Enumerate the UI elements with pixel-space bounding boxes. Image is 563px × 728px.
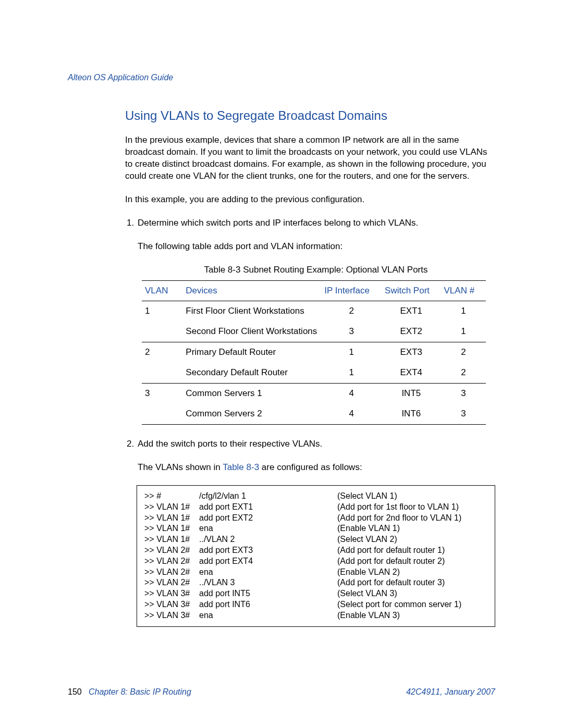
cfg-desc: (Enable VLAN 3)	[337, 610, 487, 621]
cell-ip: 4	[321, 384, 382, 404]
cell-devices: Secondary Default Router	[182, 363, 321, 383]
cell-port: INT6	[382, 404, 440, 424]
cell-num: 1	[441, 301, 486, 322]
cfg-desc: (Add port for default router 2)	[337, 556, 487, 567]
cell-devices: Common Servers 1	[182, 384, 321, 404]
page-number: 150	[68, 687, 82, 696]
cell-num: 3	[441, 404, 486, 424]
running-header: Alteon OS Application Guide	[68, 73, 495, 82]
config-row: >> VLAN 3#ena(Enable VLAN 3)	[144, 610, 487, 621]
cfg-desc: (Add port for default router 1)	[337, 545, 487, 556]
cell-vlan	[142, 363, 182, 383]
config-row: >> #/cfg/l2/vlan 1(Select VLAN 1)	[144, 491, 487, 502]
config-box: >> #/cfg/l2/vlan 1(Select VLAN 1) >> VLA…	[137, 485, 495, 627]
cfg-desc: (Select VLAN 2)	[337, 534, 487, 545]
cfg-cmd: add port EXT2	[199, 513, 337, 524]
cfg-cmd: add port EXT3	[199, 545, 337, 556]
cfg-prompt: >> VLAN 2#	[144, 567, 199, 578]
table-row: Common Servers 2 4 INT6 3	[142, 404, 486, 424]
cell-ip: 2	[321, 301, 382, 322]
cfg-desc: (Add port for 1st floor to VLAN 1)	[337, 502, 487, 513]
cell-num: 2	[441, 342, 486, 363]
cfg-prompt: >> VLAN 3#	[144, 610, 199, 621]
cfg-cmd: ../VLAN 3	[199, 577, 337, 588]
cfg-prompt: >> VLAN 3#	[144, 599, 199, 610]
cell-vlan	[142, 322, 182, 342]
cell-num: 1	[441, 322, 486, 342]
config-row: >> VLAN 3#add port INT6(Select port for …	[144, 599, 487, 610]
table-row: 1 First Floor Client Workstations 2 EXT1…	[142, 301, 486, 322]
config-row: >> VLAN 3#add port INT5(Select VLAN 3)	[144, 588, 487, 599]
cell-num: 3	[441, 384, 486, 404]
th-ip: IP Interface	[321, 280, 382, 301]
step-2-intro-pre: The VLANs shown in	[138, 462, 223, 472]
config-row: >> VLAN 2#ena(Enable VLAN 2)	[144, 567, 487, 578]
th-num: VLAN #	[441, 280, 486, 301]
cell-devices: Primary Default Router	[182, 342, 321, 363]
config-row: >> VLAN 2#../VLAN 3(Add port for default…	[144, 577, 487, 588]
cfg-cmd: ena	[199, 567, 337, 578]
config-row: >> VLAN 1#add port EXT2(Add port for 2nd…	[144, 513, 487, 524]
doc-id: 42C4911, January 2007	[406, 687, 495, 697]
cell-devices: Common Servers 2	[182, 404, 321, 424]
step-1: Determine which switch ports and IP inte…	[137, 217, 495, 425]
footer-left: 150 Chapter 8: Basic IP Routing	[68, 687, 191, 697]
doc-title: Alteon OS Application Guide	[68, 73, 173, 82]
table-row: 2 Primary Default Router 1 EXT3 2	[142, 342, 486, 363]
cfg-cmd: add port INT6	[199, 599, 337, 610]
cfg-cmd: add port INT5	[199, 588, 337, 599]
table-caption: Table 8-3 Subnet Routing Example: Option…	[137, 264, 495, 276]
step-2: Add the switch ports to their respective…	[137, 438, 495, 474]
cfg-prompt: >> VLAN 3#	[144, 588, 199, 599]
cfg-cmd: add port EXT1	[199, 502, 337, 513]
config-row: >> VLAN 2#add port EXT3(Add port for def…	[144, 545, 487, 556]
steps-list: Determine which switch ports and IP inte…	[125, 217, 495, 474]
cell-ip: 1	[321, 342, 382, 363]
table-ref-link[interactable]: Table 8-3	[223, 462, 259, 472]
paragraph-1: In the previous example, devices that sh…	[125, 134, 495, 182]
vlan-table: VLAN Devices IP Interface Switch Port VL…	[142, 280, 486, 425]
cfg-prompt: >> VLAN 1#	[144, 523, 199, 534]
step-1-title: Determine which switch ports and IP inte…	[138, 217, 495, 229]
cfg-prompt: >> VLAN 1#	[144, 502, 199, 513]
cfg-desc: (Select VLAN 3)	[337, 588, 487, 599]
footer: 150 Chapter 8: Basic IP Routing 42C4911,…	[68, 687, 495, 697]
step-1-intro: The following table adds port and VLAN i…	[138, 241, 495, 253]
table-row: 3 Common Servers 1 4 INT5 3	[142, 384, 486, 404]
cell-vlan: 1	[142, 301, 182, 322]
cfg-prompt: >> VLAN 1#	[144, 513, 199, 524]
cfg-desc: (Enable VLAN 2)	[337, 567, 487, 578]
body: Using VLANs to Segregate Broadcast Domai…	[125, 108, 495, 627]
config-row: >> VLAN 2#add port EXT4(Add port for def…	[144, 556, 487, 567]
cfg-desc: (Add port for 2nd floor to VLAN 1)	[337, 513, 487, 524]
cfg-desc: (Select VLAN 1)	[337, 491, 487, 502]
cell-port: EXT3	[382, 342, 440, 363]
config-row: >> VLAN 1#../VLAN 2(Select VLAN 2)	[144, 534, 487, 545]
cfg-prompt: >> VLAN 2#	[144, 577, 199, 588]
paragraph-2: In this example, you are adding to the p…	[125, 194, 495, 206]
cfg-desc: (Enable VLAN 1)	[337, 523, 487, 534]
cfg-prompt: >> VLAN 2#	[144, 556, 199, 567]
th-vlan: VLAN	[142, 280, 182, 301]
cfg-cmd: /cfg/l2/vlan 1	[199, 491, 337, 502]
chapter-ref: Chapter 8: Basic IP Routing	[89, 687, 191, 696]
cell-port: EXT1	[382, 301, 440, 322]
table-row: Secondary Default Router 1 EXT4 2	[142, 363, 486, 383]
cell-port: EXT4	[382, 363, 440, 383]
cell-devices: First Floor Client Workstations	[182, 301, 321, 322]
cfg-prompt: >> VLAN 2#	[144, 545, 199, 556]
cell-ip: 1	[321, 363, 382, 383]
step-2-title: Add the switch ports to their respective…	[138, 438, 495, 450]
cfg-cmd: ena	[199, 523, 337, 534]
cfg-desc: (Select port for common server 1)	[337, 599, 487, 610]
cfg-cmd: ../VLAN 2	[199, 534, 337, 545]
cfg-cmd: add port EXT4	[199, 556, 337, 567]
cell-vlan	[142, 404, 182, 424]
cell-num: 2	[441, 363, 486, 383]
cell-vlan: 3	[142, 384, 182, 404]
cell-port: EXT2	[382, 322, 440, 342]
config-row: >> VLAN 1#add port EXT1(Add port for 1st…	[144, 502, 487, 513]
table-row: Second Floor Client Workstations 3 EXT2 …	[142, 322, 486, 342]
page: Alteon OS Application Guide Using VLANs …	[0, 0, 563, 728]
cell-devices: Second Floor Client Workstations	[182, 322, 321, 342]
